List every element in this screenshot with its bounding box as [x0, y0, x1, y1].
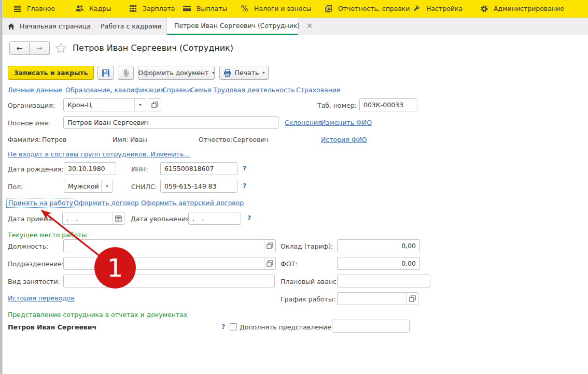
menu-item-taxes[interactable]: % Налоги и взносы [240, 0, 311, 17]
supplement-representation-field[interactable] [332, 320, 410, 333]
representation-value: Петров Иван Сергеевич [8, 323, 96, 331]
fot-field[interactable]: 0,00 [337, 257, 420, 270]
organization-combobox[interactable]: Крон-Ц ▾ [63, 98, 146, 111]
menu-item-label: Администрирование [494, 5, 564, 12]
menu-item-settings[interactable]: Настройка [412, 0, 463, 17]
middle-name-value: Сергеевич [233, 136, 269, 143]
dropdown-arrow-icon[interactable]: ▾ [134, 99, 146, 111]
planned-advance-field[interactable] [337, 275, 430, 287]
tab-bar: Начальная страница Работа с кадрами × Пе… [0, 17, 588, 35]
last-name-label: Фамилия: [8, 136, 41, 143]
people-icon [75, 4, 84, 13]
chevron-down-icon: ▾ [213, 70, 215, 75]
menu-item-label: Главное [27, 5, 55, 12]
department-field[interactable] [63, 257, 276, 270]
gear-icon [480, 4, 488, 13]
birth-date-field[interactable]: 30.10.1980 [64, 162, 116, 175]
inn-value: 615500818607 [161, 165, 237, 172]
open-icon[interactable] [264, 257, 275, 269]
printer-icon [223, 69, 231, 77]
section-link-work-activity[interactable]: Трудовая деятельность [213, 86, 295, 94]
declension-link[interactable]: Склонения [285, 119, 322, 126]
create-document-label: Оформить документ [138, 69, 208, 77]
tab-label: Начальная страница [20, 22, 91, 30]
section-link-education[interactable]: Образование, квалификация [65, 86, 164, 94]
back-button[interactable]: ← [9, 41, 30, 55]
salary-field[interactable]: 0,00 [337, 239, 420, 252]
birth-date-value: 30.10.1980 [64, 165, 116, 172]
organization-value: Крон-Ц [64, 101, 134, 109]
transfer-history-link[interactable]: История переводов [8, 294, 75, 302]
percent-icon: % [240, 4, 249, 13]
paperclip-icon [122, 69, 130, 77]
floppy-icon [102, 69, 110, 77]
work-schedule-label: График работы: [281, 295, 335, 303]
work-schedule-field[interactable] [337, 292, 418, 305]
gender-value: Мужской [64, 182, 101, 190]
section-link-certificates[interactable]: Справки [162, 86, 191, 94]
favorite-star-icon[interactable] [54, 42, 67, 54]
tab-label: Петров Иван Сергеевич (Сотрудник) [174, 22, 300, 30]
hire-date-label: Дата приема: [8, 215, 54, 223]
print-button[interactable]: Печать ▾ [219, 66, 269, 80]
forward-button[interactable]: → [30, 41, 50, 55]
menu-item-reports[interactable]: Отчетность, справки [324, 0, 410, 17]
menu-item-salary[interactable]: Зарплата [129, 0, 175, 17]
snils-help-icon[interactable]: ? [243, 182, 246, 190]
calendar-icon[interactable] [113, 212, 124, 224]
fot-label: ФОТ: [281, 260, 297, 268]
dismissal-date-help-icon[interactable]: ? [247, 214, 251, 222]
supplement-representation-checkbox[interactable] [230, 323, 237, 330]
menu-item-hr[interactable]: Кадры [75, 0, 111, 17]
hamburger-icon [13, 4, 22, 13]
birth-date-label: Дата рождения: [8, 165, 64, 173]
hire-link[interactable]: Принять на работу [6, 198, 75, 208]
inn-field[interactable]: 615500818607 [160, 162, 237, 175]
gender-combobox[interactable]: Мужской ▾ [64, 180, 113, 193]
menu-item-main[interactable]: Главное [13, 0, 55, 17]
dismissal-date-value: . . [189, 214, 241, 222]
section-link-personal[interactable]: Личные данные [8, 86, 62, 94]
open-icon[interactable] [264, 240, 275, 252]
group-membership-link[interactable]: Не входит в составы групп сотрудников. И… [8, 150, 190, 158]
open-icon[interactable] [407, 293, 418, 305]
section-link-insurance[interactable]: Страхование [296, 86, 341, 94]
dropdown-arrow-icon[interactable]: ▾ [101, 180, 113, 192]
save-close-button[interactable]: Записать и закрыть [8, 66, 94, 80]
tab-hr-work[interactable]: Работа с кадрами × [93, 17, 167, 35]
current-workplace-header: Текущее место работы [8, 231, 87, 239]
first-name-value: Иван [130, 136, 147, 143]
change-name-link[interactable]: Изменить ФИО [321, 119, 372, 126]
dismissal-date-label: Дата увольнения: [131, 215, 192, 223]
menu-item-administration[interactable]: Администрирование [480, 0, 564, 17]
full-name-field[interactable]: Петров Иван Сергеевич [63, 116, 278, 129]
create-document-button[interactable]: Оформить документ ▾ [138, 66, 215, 80]
tab-number-field[interactable]: 003К-00033 [359, 98, 417, 111]
hire-date-field[interactable]: . . [62, 212, 124, 225]
representation-help-icon[interactable]: ? [221, 323, 225, 330]
tab-number-value: 003К-00033 [360, 101, 417, 109]
attachments-button[interactable] [118, 66, 134, 80]
close-icon[interactable]: × [306, 22, 313, 29]
tab-home[interactable]: Начальная страница [0, 17, 93, 35]
menu-item-label: Кадры [89, 5, 111, 12]
first-name-label: Имя: [113, 136, 129, 143]
position-field[interactable] [63, 239, 276, 252]
section-link-family[interactable]: Семья [190, 86, 212, 94]
employment-type-field[interactable] [63, 275, 275, 287]
card-icon [183, 4, 191, 13]
inn-help-icon[interactable]: ? [243, 164, 246, 172]
contract-link[interactable]: Оформить договор [74, 199, 139, 207]
last-name-value: Петров [42, 136, 66, 143]
name-history-link[interactable]: История ФИО [321, 136, 367, 143]
save-button[interactable] [97, 66, 114, 80]
representation-header: Представление сотрудника в отчетах и док… [8, 311, 187, 319]
author-contract-link[interactable]: Оформить авторский договор [141, 199, 244, 207]
dismissal-date-field[interactable]: . . [188, 212, 241, 225]
snils-field[interactable]: 059-615-149 83 [160, 180, 237, 193]
salary-value: 0,00 [338, 242, 419, 250]
menu-item-payments[interactable]: Выплаты [183, 0, 227, 17]
home-icon [7, 22, 15, 31]
tab-employee[interactable]: Петров Иван Сергеевич (Сотрудник) × [167, 17, 298, 35]
organization-open-button[interactable] [148, 98, 161, 111]
